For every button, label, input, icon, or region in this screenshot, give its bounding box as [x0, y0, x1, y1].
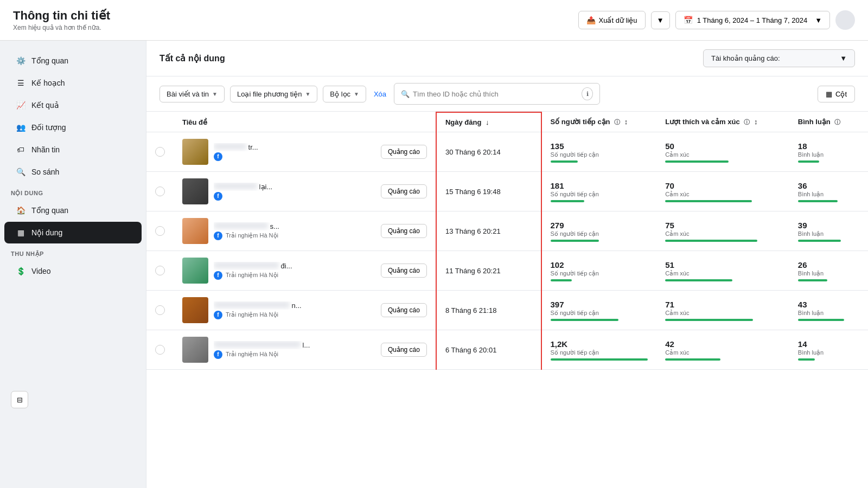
users-icon: 👥	[15, 122, 26, 133]
data-table: Tiêu đề Ngày đăng ↓ Số người tiếp cận ⓘ …	[146, 112, 868, 370]
page-title: Thông tin chi tiết	[13, 9, 110, 23]
row-title-6: l... f Trải nghiệm Hà Nội Quảng cáo	[174, 330, 436, 370]
row-title-5: n... f Trải nghiệm Hà Nội Quảng cáo	[174, 291, 436, 330]
comments-value: 43	[798, 300, 859, 309]
sidebar: ⚙️ Tổng quan ☰ Kế hoạch 📈 Kết quả 👥 Đối …	[0, 41, 146, 488]
post-thumbnail	[182, 218, 208, 244]
quang-cao-button-6[interactable]: Quảng cáo	[381, 343, 427, 357]
post-text-blurred	[214, 143, 246, 150]
row-comments-6: 14 Bình luận	[789, 330, 868, 370]
date-range-label: 1 Tháng 6, 2024 – 1 Tháng 7, 2024	[697, 16, 807, 24]
comments-label: Bình luận	[798, 270, 859, 277]
checkbox-circle[interactable]	[155, 147, 165, 157]
quang-cao-button-2[interactable]: Quảng cáo	[381, 184, 427, 198]
profile-button[interactable]	[835, 10, 855, 30]
checkbox-circle[interactable]	[155, 266, 165, 275]
search-info-button[interactable]: ℹ	[582, 87, 593, 100]
header-actions: 📤 Xuất dữ liệu ▼ 📅 1 Tháng 6, 2024 – 1 T…	[578, 10, 855, 30]
search-input[interactable]	[413, 90, 578, 98]
quang-cao-button-5[interactable]: Quảng cáo	[381, 303, 427, 317]
reach-sort-icon[interactable]: ↕	[624, 118, 628, 126]
comments-bar	[798, 160, 820, 163]
table-row: tr... f Quảng cáo 30 Tháng 6 20:14 135 S…	[146, 132, 868, 172]
row-checkbox-6[interactable]	[146, 330, 174, 370]
comments-value: 26	[798, 260, 859, 269]
facebook-icon: f	[214, 232, 222, 240]
page-name: Trải nghiệm Hà Nội	[226, 272, 278, 279]
app-container: Thông tin chi tiết Xem hiệu quả và hơn t…	[0, 0, 868, 488]
likes-bar	[665, 160, 729, 163]
checkbox-circle[interactable]	[155, 226, 165, 236]
clear-filter-button[interactable]: Xóa	[372, 90, 388, 98]
sidebar-item-video[interactable]: 💲 Video	[4, 260, 142, 282]
reach-value: 279	[551, 221, 648, 230]
date-range-button[interactable]: 📅 1 Tháng 6, 2024 – 1 Tháng 7, 2024 ▼	[675, 11, 830, 29]
sidebar-item-tong-quan-2[interactable]: 🏠 Tổng quan	[4, 200, 142, 221]
comments-label: Bình luận	[798, 349, 859, 356]
account-chevron-icon: ▼	[840, 54, 847, 62]
reach-bar	[551, 279, 572, 281]
quang-cao-button-3[interactable]: Quảng cáo	[381, 224, 427, 238]
reach-bar	[551, 319, 619, 321]
likes-bar	[665, 240, 757, 242]
row-checkbox-2[interactable]	[146, 172, 174, 211]
post-meta: f	[214, 152, 375, 161]
likes-label: Cảm xúc	[665, 270, 781, 277]
collapse-sidebar-button[interactable]: ⊟	[11, 391, 28, 408]
likes-sort-icon[interactable]: ↕	[754, 118, 758, 126]
likes-label: Cảm xúc	[665, 151, 781, 158]
row-checkbox-3[interactable]	[146, 211, 174, 251]
likes-value: 51	[665, 260, 781, 269]
row-checkbox-4[interactable]	[146, 251, 174, 291]
checkbox-circle[interactable]	[155, 345, 165, 355]
search-icon: 🔍	[401, 90, 410, 98]
post-info: n... f Trải nghiệm Hà Nội	[214, 301, 375, 319]
sidebar-item-noi-dung[interactable]: ▦ Nội dung	[4, 222, 142, 243]
row-title-1: tr... f Quảng cáo	[174, 132, 436, 172]
account-select[interactable]: Tài khoản quảng cáo: ▼	[703, 49, 855, 67]
post-info: l... f Trải nghiệm Hà Nội	[214, 341, 375, 359]
row-checkbox-5[interactable]	[146, 291, 174, 330]
table-row: n... f Trải nghiệm Hà Nội Quảng cáo 8 Th…	[146, 291, 868, 330]
row-comments-5: 43 Bình luận	[789, 291, 868, 330]
row-reach-2: 181 Số người tiếp cận	[541, 172, 657, 211]
comments-bar	[798, 358, 815, 361]
comments-label: Bình luận	[798, 191, 859, 198]
reach-label: Số người tiếp cận	[551, 230, 648, 237]
checkbox-circle[interactable]	[155, 305, 165, 315]
sidebar-item-tong-quan-1[interactable]: ⚙️ Tổng quan	[4, 50, 142, 72]
tag-icon: 🏷	[15, 144, 26, 155]
post-text: tr...	[214, 143, 355, 151]
home-icon: 🏠	[15, 205, 26, 216]
sidebar-item-ke-hoach[interactable]: ☰ Kế hoạch	[4, 72, 142, 94]
reach-label: Số người tiếp cận	[551, 270, 648, 277]
likes-info-icon[interactable]: ⓘ	[744, 119, 750, 125]
post-type-filter[interactable]: Bài viết và tin ▼	[159, 86, 225, 102]
quang-cao-button-1[interactable]: Quảng cáo	[381, 145, 427, 159]
sidebar-item-so-sanh[interactable]: 🔍 So sánh	[4, 161, 142, 183]
post-meta: f Trải nghiệm Hà Nội	[214, 311, 375, 319]
row-date-1: 30 Tháng 6 20:14	[436, 132, 541, 172]
reach-bar	[551, 160, 578, 163]
quang-cao-button-4[interactable]: Quảng cáo	[381, 264, 427, 278]
reach-info-icon[interactable]: ⓘ	[614, 119, 620, 125]
facebook-icon: f	[214, 350, 222, 359]
comments-value: 18	[798, 142, 859, 151]
export-button[interactable]: 📤 Xuất dữ liệu	[578, 11, 646, 29]
sidebar-label-video: Video	[31, 267, 51, 275]
post-meta: f Trải nghiệm Hà Nội	[214, 271, 375, 280]
checkbox-circle[interactable]	[155, 187, 165, 196]
col-header-reach: Số người tiếp cận ⓘ ↕	[541, 112, 657, 132]
comments-info-icon[interactable]: ⓘ	[834, 119, 840, 125]
sidebar-item-ket-qua[interactable]: 📈 Kết quả	[4, 94, 142, 116]
sidebar-item-doi-tuong[interactable]: 👥 Đối tượng	[4, 117, 142, 138]
columns-button[interactable]: ▦ Cột	[818, 86, 855, 102]
export-chevron-button[interactable]: ▼	[651, 11, 670, 29]
bo-loc-filter[interactable]: Bộ lọc ▼	[323, 86, 366, 102]
account-label: Tài khoản quảng cáo:	[711, 54, 780, 62]
post-thumb: l... f Trải nghiệm Hà Nội Quảng cáo	[182, 337, 427, 363]
sidebar-item-nhan-tin[interactable]: 🏷 Nhãn tin	[4, 139, 142, 160]
media-type-filter[interactable]: Loại file phương tiện ▼	[230, 86, 317, 102]
date-sort-icon[interactable]: ↓	[486, 118, 489, 126]
row-checkbox-1[interactable]	[146, 132, 174, 172]
